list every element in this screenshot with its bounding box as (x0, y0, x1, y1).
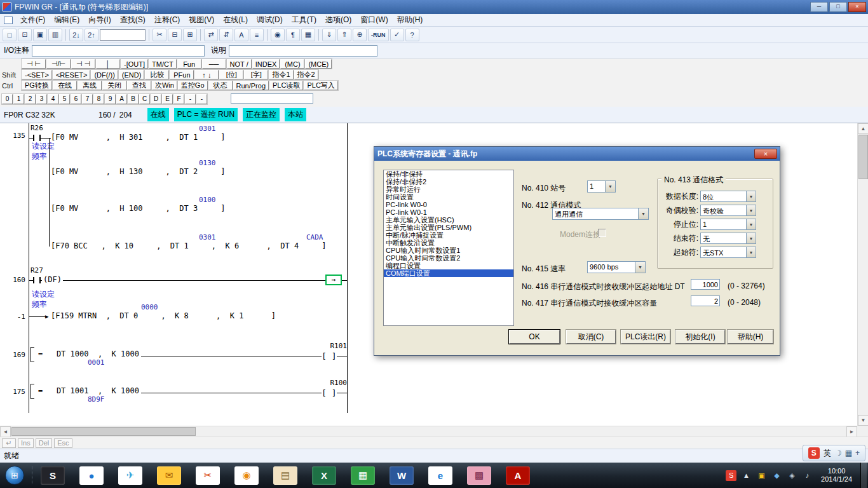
ok-button[interactable]: OK (509, 330, 560, 344)
browser-icon[interactable]: ● (79, 466, 104, 485)
adobe-reader-icon[interactable]: A (506, 466, 530, 485)
register-category-list[interactable]: 保持/非保持保持/非保持2异常时运行时间设置PC-link W0-0PC-lin… (383, 170, 514, 326)
station-no-select[interactable]: 1 ▼ (587, 180, 616, 193)
station-icon[interactable]: ⊕ (353, 29, 367, 41)
fkey-shift-button[interactable]: ↑ ↓ (194, 70, 219, 79)
title-bar[interactable]: FPWIN GR - [通讯.fp (符号梯形图编辑)] ─ □ × (0, 0, 868, 14)
fkey-button[interactable]: NOT / (227, 59, 252, 69)
taskbar-clock[interactable]: 10:00 2014/1/24 (821, 467, 852, 484)
grid-app-icon[interactable]: ▦ (351, 466, 375, 485)
foxmail-icon[interactable]: ✉ (157, 466, 181, 485)
description-input[interactable] (229, 45, 377, 57)
menu-window[interactable]: 窗口(W) (356, 13, 392, 27)
initialize-button[interactable]: 初始化(I) (675, 330, 725, 344)
scroll-right-button[interactable]: ► (846, 426, 857, 437)
search-tool-icon[interactable]: ◉ (234, 466, 259, 485)
fkey-button[interactable]: ⊣ ⊢ (22, 59, 46, 69)
ime-shape-icon[interactable]: ☽ (835, 449, 842, 458)
list-view-icon[interactable]: ≡ (250, 29, 264, 41)
output-coil[interactable]: [ ] (322, 388, 336, 398)
help-icon[interactable]: ? (405, 29, 419, 41)
num-key[interactable]: 4 (48, 94, 58, 104)
edit-cursor-selection[interactable]: → (325, 274, 342, 285)
fkey-button[interactable]: TM/CT (149, 59, 177, 69)
screenshot-tool-icon[interactable]: ✂ (196, 466, 220, 485)
scroll-left-button[interactable]: ◄ (0, 426, 11, 437)
ime-language-indicator[interactable]: 英 (824, 448, 831, 459)
menu-options[interactable]: 选项(O) (321, 13, 356, 27)
format-field-select[interactable]: 8位 ▼ (700, 191, 756, 202)
num-key[interactable]: 9 (105, 94, 116, 104)
menu-search[interactable]: 查找(S) (116, 13, 150, 27)
ime-bar[interactable]: S 英 ☽▦+ (803, 445, 865, 461)
close-button[interactable]: × (848, 2, 866, 12)
fkey-shift-button[interactable]: 指令2 (294, 70, 318, 79)
sogou-logo-icon[interactable]: S (808, 447, 820, 459)
comment-display-box[interactable] (100, 29, 146, 41)
num-key[interactable]: 8 (93, 94, 104, 104)
tray-sogou-icon[interactable]: S (726, 470, 736, 481)
save-icon[interactable]: ▣ (33, 29, 47, 41)
maximize-button[interactable]: □ (829, 2, 847, 12)
fkey-shift-button[interactable]: 比较 (145, 70, 169, 79)
paste-icon[interactable]: ⊞ (183, 29, 197, 41)
instruction-f0mv-3[interactable]: [F0 MV , H 100 , DT 3 ] (51, 204, 226, 213)
num-key[interactable]: 2 (25, 94, 36, 104)
comment-icon[interactable]: ¶ (286, 29, 300, 41)
fkey-ctrl-button[interactable]: 状态 (208, 81, 233, 90)
fkey-shift-button[interactable]: (DF(/)) (91, 70, 118, 79)
plc-read-icon[interactable]: ⇓ (322, 29, 336, 41)
list-item[interactable]: 主单元输出设置(PLS/PWM) (384, 224, 513, 231)
scroll-down-button[interactable]: ▼ (858, 415, 868, 426)
dialog-title-bar[interactable]: PLC系统寄存器设置 - 通讯.fp (374, 147, 780, 161)
cancel-button[interactable]: 取消(C) (566, 330, 616, 344)
sogou-browser-icon[interactable]: S (41, 466, 65, 485)
list-item[interactable]: 主单元输入设置(HSC) (384, 216, 513, 224)
scroll-up-button[interactable]: ▲ (858, 123, 868, 134)
list-item[interactable]: CPU输入时间常数设置1 (384, 247, 513, 254)
io-comment-input[interactable] (32, 45, 205, 57)
open-file-icon[interactable]: ⊡ (18, 29, 32, 41)
chevron-down-icon[interactable]: ▼ (638, 208, 648, 219)
vertical-scroll-thumb[interactable] (858, 135, 868, 179)
tray-network-icon[interactable]: ◆ (771, 470, 782, 481)
fkey-shift-button[interactable]: [位] (219, 70, 243, 79)
online-edit-icon[interactable]: ⇵ (219, 29, 233, 41)
chevron-down-icon[interactable]: ▼ (746, 191, 756, 201)
io-comment-up-icon[interactable]: 2↑ (85, 29, 98, 41)
fkey-ctrl-button[interactable]: PLC读取 (269, 81, 303, 90)
tray-security-icon[interactable]: ▣ (756, 470, 767, 481)
num-key[interactable]: - (185, 94, 196, 104)
help-button[interactable]: 帮助(H) (728, 330, 773, 344)
fkey-shift-button[interactable]: [字] (244, 70, 268, 79)
instruction-f70bcc[interactable]: [F70 BCC , K 10 , DT 1 , K 6 , DT 4 ] (51, 241, 326, 250)
compare-instruction[interactable]: = DT 1000 , K 1000 (38, 349, 139, 358)
print-icon[interactable]: ▥ (48, 29, 62, 41)
fkey-shift-button[interactable]: <RESET> (53, 70, 91, 79)
num-key[interactable]: C (139, 94, 150, 104)
bird-app-icon[interactable]: ✈ (118, 466, 142, 485)
fkey-ctrl-button[interactable]: Run/Prog (233, 81, 269, 90)
remote-run-icon[interactable]: -RUN (368, 29, 389, 41)
menu-edit[interactable]: 编辑(E) (50, 13, 84, 27)
file-manager-icon[interactable]: ▤ (273, 466, 297, 485)
plc-readout-button[interactable]: PLC读出(R) (621, 330, 670, 344)
menu-help[interactable]: 帮助(H) (393, 13, 428, 27)
list-item[interactable]: PC-link W0-1 (384, 208, 513, 216)
plc-write-icon[interactable]: ⇑ (337, 29, 351, 41)
fkey-ctrl-button[interactable]: 在线 (53, 81, 77, 90)
tray-usb-icon[interactable]: ◈ (787, 470, 797, 481)
num-key[interactable]: 1 (13, 94, 24, 104)
format-field-select[interactable]: 无 ▼ (700, 233, 756, 244)
tray-volume-icon[interactable]: ♪ (802, 470, 813, 481)
instruction-f0mv-2[interactable]: [F0 MV , H 130 , DT 2 ] (51, 167, 226, 176)
dialog-close-button[interactable]: × (754, 149, 777, 159)
list-item[interactable]: 保持/非保持2 (384, 178, 513, 186)
minimize-button[interactable]: ─ (810, 2, 828, 12)
list-item[interactable]: COM端口设置 (384, 269, 513, 277)
menu-view[interactable]: 视图(V) (184, 13, 219, 27)
list-item[interactable]: 编程口设置 (384, 262, 513, 269)
fkey-button[interactable]: │ (96, 59, 120, 69)
vertical-scrollbar[interactable]: ▲ ▼ (857, 123, 868, 426)
menu-online[interactable]: 在线(L) (219, 13, 252, 27)
